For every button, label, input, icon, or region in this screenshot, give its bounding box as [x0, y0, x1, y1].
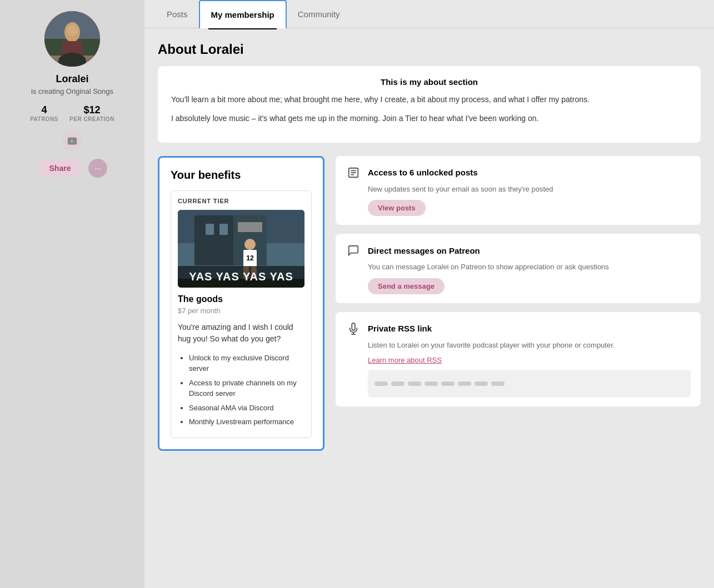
list-item: Monthly Livestream performance — [189, 416, 304, 428]
rss-dot — [475, 381, 488, 386]
benefit-header: Access to 6 unlocked posts — [346, 165, 691, 180]
patrons-count: 4 — [30, 104, 58, 116]
page-content: About Loralei This is my about section Y… — [144, 28, 714, 464]
tier-price: $7 per month — [178, 306, 304, 315]
rss-dots — [375, 381, 505, 386]
benefits-title: Your benefits — [171, 169, 312, 182]
rss-learn-more-link[interactable]: Learn more about RSS — [368, 356, 691, 364]
page-title: About Loralei — [158, 42, 701, 57]
rss-dot — [425, 381, 438, 386]
per-creation-value: $12 — [69, 104, 114, 116]
about-paragraph-2: I absolutely love music – it's what gets… — [171, 112, 687, 124]
current-tier-label: CURRENT TIER — [178, 198, 304, 204]
tab-community[interactable]: Community — [287, 1, 351, 28]
per-creation-stat: $12 PER CREATION — [69, 104, 114, 122]
tab-posts[interactable]: Posts — [156, 1, 199, 28]
two-column-section: Your benefits CURRENT TIER — [158, 156, 701, 451]
svg-point-5 — [67, 25, 78, 36]
patrons-label: PATRONS — [30, 116, 58, 122]
svg-point-14 — [244, 239, 256, 250]
stats-row: 4 PATRONS $12 PER CREATION — [30, 104, 114, 122]
document-icon — [346, 165, 361, 180]
tier-image: 12 YAS YAS YAS YAS — [178, 210, 304, 288]
mic-icon — [346, 321, 361, 336]
tier-image-text: YAS YAS YAS YAS — [178, 266, 304, 288]
benefits-card: Your benefits CURRENT TIER — [158, 156, 324, 451]
svg-rect-13 — [238, 222, 262, 232]
benefit-title-posts: Access to 6 unlocked posts — [368, 168, 478, 177]
send-message-button[interactable]: Send a message — [368, 278, 445, 294]
benefit-desc-posts: New updates sent to your email as soon a… — [368, 184, 691, 195]
rss-dot — [441, 381, 455, 386]
benefit-header: Private RSS link — [346, 321, 691, 336]
svg-rect-11 — [219, 224, 228, 235]
creator-subtitle: is creating Original Songs — [31, 87, 113, 96]
benefit-desc-rss: Listen to Loralei on your favorite podca… — [368, 340, 691, 351]
message-icon — [346, 243, 361, 258]
main-content: Posts My membership Community About Lora… — [144, 0, 714, 588]
tab-my-membership[interactable]: My membership — [199, 0, 287, 28]
about-card: This is my about section You'll learn a … — [158, 66, 701, 143]
sidebar: Loralei is creating Original Songs 4 PAT… — [0, 0, 144, 588]
list-item: Access to private channels on my Discord… — [189, 378, 304, 399]
benefit-title-messages: Direct messages on Patreon — [368, 246, 480, 255]
rss-dot — [491, 381, 505, 386]
tier-name: The goods — [178, 294, 304, 304]
right-column: Access to 6 unlocked posts New updates s… — [336, 156, 701, 407]
creator-name: Loralei — [56, 73, 88, 85]
svg-rect-10 — [206, 224, 214, 235]
patrons-stat: 4 PATRONS — [30, 104, 58, 122]
view-posts-button[interactable]: View posts — [368, 200, 426, 216]
more-dots-icon: ··· — [95, 164, 102, 173]
creator-avatar — [44, 11, 100, 67]
rss-preview — [368, 370, 691, 398]
list-item: Unlock to my exclusive Discord server — [189, 353, 304, 374]
tab-navigation: Posts My membership Community — [144, 0, 714, 28]
tier-description: You're amazing and I wish I could hug yo… — [178, 321, 304, 345]
about-paragraph-1: You'll learn a bit more about me; what b… — [171, 93, 687, 105]
benefit-unlocked-posts: Access to 6 unlocked posts New updates s… — [336, 156, 701, 225]
per-creation-label: PER CREATION — [69, 116, 114, 122]
more-options-button[interactable]: ··· — [88, 159, 107, 178]
about-card-title: This is my about section — [171, 77, 687, 87]
share-button[interactable]: Share — [37, 159, 83, 177]
benefit-direct-messages: Direct messages on Patreon You can messa… — [336, 234, 701, 303]
tier-benefits-list: Unlock to my exclusive Discord server Ac… — [178, 353, 304, 428]
benefit-title-rss: Private RSS link — [368, 324, 432, 333]
svg-text:12: 12 — [246, 254, 254, 262]
rss-dot — [458, 381, 471, 386]
benefit-desc-messages: You can message Loralei on Patreon to sh… — [368, 262, 691, 273]
rss-dot — [408, 381, 421, 386]
youtube-icon[interactable] — [62, 131, 82, 151]
list-item: Seasonal AMA via Discord — [189, 403, 304, 414]
current-tier-box: CURRENT TIER — [171, 190, 312, 438]
svg-rect-9 — [194, 215, 239, 265]
rss-dot — [391, 381, 405, 386]
rss-dot — [375, 381, 388, 386]
sidebar-actions: Share ··· — [37, 159, 108, 178]
benefit-rss: Private RSS link Listen to Loralei on yo… — [336, 312, 701, 407]
benefit-header: Direct messages on Patreon — [346, 243, 691, 258]
